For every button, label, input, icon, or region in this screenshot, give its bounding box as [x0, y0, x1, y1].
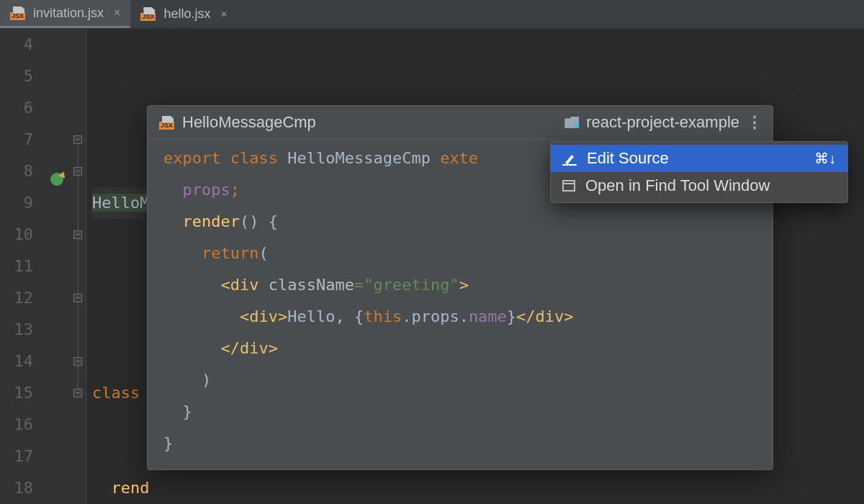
menu-item-label: Open in Find Tool Window [585, 176, 770, 195]
jsx-file-icon: JSX [140, 7, 156, 21]
line-number-gutter: 456789101112131415161718 [0, 29, 43, 504]
jsx-file-icon: JSX [10, 6, 26, 20]
line-number: 16 [0, 409, 33, 441]
tab-invitation[interactable]: JSX invitation.jsx × [0, 0, 130, 28]
line-number: 13 [0, 314, 33, 346]
fold-toggle-icon[interactable]: − [73, 357, 82, 366]
line-number: 9 [0, 187, 33, 219]
line-number: 4 [0, 29, 33, 60]
jsx-file-icon: JSX [159, 116, 175, 130]
popup-project-label[interactable]: react-project-example [586, 113, 739, 132]
line-number: 10 [0, 219, 33, 251]
menu-item-edit-source[interactable]: Edit Source ⌘↓ [551, 145, 847, 172]
popup-title: HelloMessageCmp [182, 113, 316, 132]
line-number: 11 [0, 251, 33, 282]
close-icon[interactable]: × [220, 8, 227, 21]
line-number: 15 [0, 377, 33, 409]
line-number: 17 [0, 441, 33, 472]
fold-toggle-icon[interactable]: − [73, 135, 82, 144]
line-number: 8 [0, 156, 33, 187]
tab-hello[interactable]: JSX hello.jsx × [130, 0, 237, 28]
tab-bar: JSX invitation.jsx × JSX hello.jsx × [0, 0, 864, 29]
icon-gutter [43, 29, 72, 504]
code-line[interactable]: rend [92, 472, 617, 504]
fold-toggle-icon[interactable]: − [73, 389, 82, 397]
close-icon[interactable]: × [114, 6, 120, 19]
context-menu: Edit Source ⌘↓ Open in Find Tool Window [550, 141, 848, 203]
run-gutter-icon[interactable] [50, 173, 63, 186]
menu-item-open-find-window[interactable]: Open in Find Tool Window [551, 172, 847, 199]
pencil-icon [562, 151, 577, 166]
menu-item-label: Edit Source [587, 149, 669, 168]
tab-label: invitation.jsx [33, 6, 104, 21]
fold-gutter: − − − − − − [72, 29, 86, 504]
line-number: 18 [0, 472, 33, 504]
line-number: 14 [0, 346, 33, 377]
folder-icon [564, 117, 579, 128]
kebab-menu-icon[interactable]: ⋮ [747, 113, 761, 132]
tab-label: hello.jsx [163, 6, 210, 22]
line-number: 7 [0, 124, 33, 156]
window-icon [562, 180, 575, 192]
fold-toggle-icon[interactable]: − [73, 294, 82, 302]
line-number: 5 [0, 60, 33, 92]
fold-toggle-icon[interactable]: − [73, 230, 82, 239]
menu-shortcut: ⌘↓ [814, 150, 836, 167]
line-number: 12 [0, 282, 33, 314]
line-number: 6 [0, 92, 33, 124]
fold-toggle-icon[interactable]: − [73, 167, 82, 176]
popup-header: JSX HelloMessageCmp react-project-exampl… [148, 106, 773, 140]
